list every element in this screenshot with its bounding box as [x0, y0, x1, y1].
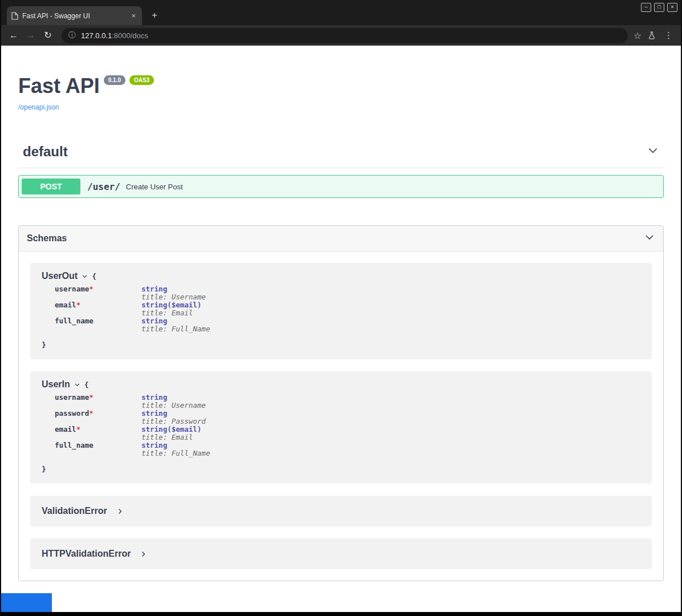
- property-name: username*: [55, 285, 141, 301]
- model-userin: UserIn { username* string tit: [30, 371, 652, 484]
- tag-section-default: default POST /user/ Create User Post: [18, 141, 664, 198]
- url-text: 127.0.0.1:8000/docs: [81, 31, 148, 40]
- property-name: full_name: [55, 441, 141, 457]
- property-type: string: [141, 317, 210, 325]
- url-host: 127.0.0.1: [81, 31, 112, 40]
- title-bar: – □ × Fast API - Swagger UI × +: [1, 0, 681, 25]
- page-favicon-icon: [11, 12, 18, 20]
- model-httpvalidationerror[interactable]: HTTPValidationError: [30, 538, 652, 569]
- property-definition: string title: Full_Name: [141, 317, 210, 333]
- flask-icon[interactable]: [647, 31, 656, 40]
- property-definition: string title: Username: [141, 285, 206, 301]
- chevron-down-icon[interactable]: [644, 232, 655, 245]
- property-title: title: Full_Name: [141, 449, 210, 457]
- model-properties: username* string title: Username email* …: [55, 285, 640, 333]
- model-name: UserOut: [42, 271, 78, 281]
- property-name: password*: [55, 410, 141, 425]
- required-star: *: [89, 409, 94, 418]
- opblock-post-user: POST /user/ Create User Post: [18, 175, 664, 198]
- close-brace: }: [42, 341, 640, 349]
- required-star: *: [76, 301, 81, 309]
- model-userout: UserOut { username* string ti: [30, 263, 652, 359]
- model-properties: username* string title: Username passwor…: [55, 394, 640, 457]
- property-type: string: [141, 410, 206, 418]
- property-row: username* string title: Username: [55, 394, 640, 410]
- model-name: ValidationError: [42, 506, 107, 516]
- bookmark-star-icon[interactable]: ☆: [634, 30, 642, 41]
- schemas-header[interactable]: Schemas: [19, 226, 663, 252]
- browser-toolbar: ← → ↻ ⓘ 127.0.0.1:8000/docs ☆ ⋮: [1, 25, 681, 46]
- api-info: Fast API0.1.0OAS3 /openapi.json: [18, 74, 664, 112]
- window-controls: – □ ×: [641, 3, 677, 12]
- toolbar-right-icons: ☆ ⋮: [634, 30, 676, 41]
- model-title-row[interactable]: UserIn {: [42, 379, 640, 390]
- property-definition: string($email) title: Email: [141, 425, 201, 441]
- chevron-down-icon[interactable]: [647, 144, 659, 159]
- maximize-button[interactable]: □: [654, 3, 664, 12]
- browser-tab[interactable]: Fast API - Swagger UI ×: [7, 6, 142, 25]
- operation-path: /user/: [87, 181, 120, 192]
- site-info-icon[interactable]: ⓘ: [68, 30, 76, 40]
- property-type: string: [141, 285, 206, 293]
- desktop-blue-box: [1, 593, 52, 612]
- property-definition: string title: Username: [141, 394, 206, 410]
- property-row: email* string($email) title: Email: [55, 301, 640, 317]
- close-brace: }: [42, 465, 640, 473]
- chevron-right-icon[interactable]: [116, 508, 124, 515]
- http-method-badge: POST: [22, 179, 80, 194]
- open-brace: {: [92, 272, 96, 281]
- close-button[interactable]: ×: [667, 3, 677, 12]
- browser-menu-icon[interactable]: ⋮: [662, 30, 675, 40]
- property-name: username*: [55, 394, 141, 410]
- property-row: password* string title: Password: [55, 410, 640, 425]
- browser-window: – □ × Fast API - Swagger UI × + ← → ↻ ⓘ …: [0, 0, 682, 616]
- tab-title: Fast API - Swagger UI: [22, 12, 125, 20]
- minimize-button[interactable]: –: [641, 3, 651, 12]
- model-name: HTTPValidationError: [42, 549, 131, 559]
- chevron-down-icon[interactable]: [74, 382, 80, 388]
- property-definition: string title: Full_Name: [141, 441, 210, 457]
- api-title: Fast API0.1.0OAS3: [18, 74, 664, 98]
- model-title-row[interactable]: UserOut {: [42, 271, 640, 281]
- url-path: :8000/docs: [112, 31, 148, 40]
- property-definition: string($email) title: Email: [141, 301, 201, 317]
- tag-header[interactable]: default: [18, 141, 664, 168]
- property-name: full_name: [55, 317, 141, 333]
- operation-summary: Create User Post: [126, 183, 183, 191]
- property-row: username* string title: Username: [55, 285, 640, 301]
- forward-icon[interactable]: →: [23, 27, 39, 43]
- property-type: string($email): [141, 425, 201, 433]
- required-star: *: [89, 393, 94, 402]
- property-title: title: Full_Name: [141, 325, 210, 333]
- oas3-badge: OAS3: [129, 75, 154, 85]
- chevron-right-icon[interactable]: [140, 550, 147, 558]
- property-row: email* string($email) title: Email: [55, 425, 640, 441]
- property-title: title: Username: [141, 402, 206, 410]
- property-type: string: [141, 441, 210, 449]
- schemas-section: Schemas UserOut {: [18, 225, 664, 581]
- opblock-summary-row[interactable]: POST /user/ Create User Post: [19, 176, 663, 197]
- open-brace: {: [84, 380, 89, 389]
- property-title: title: Username: [141, 293, 206, 301]
- model-name: UserIn: [42, 379, 70, 390]
- new-tab-button[interactable]: +: [148, 9, 161, 22]
- openapi-spec-link[interactable]: /openapi.json: [18, 103, 59, 111]
- back-icon[interactable]: ←: [6, 27, 22, 43]
- reload-icon[interactable]: ↻: [40, 27, 56, 43]
- required-star: *: [89, 285, 94, 293]
- property-name: email*: [55, 301, 141, 317]
- property-type: string($email): [141, 301, 201, 309]
- property-row: full_name string title: Full_Name: [55, 317, 640, 333]
- schemas-title: Schemas: [27, 233, 67, 244]
- property-title: title: Password: [141, 418, 206, 425]
- chevron-down-icon[interactable]: [82, 273, 88, 279]
- version-badge: 0.1.0: [104, 75, 125, 85]
- schemas-body: UserOut { username* string ti: [19, 252, 663, 581]
- desktop-bottom-strip: [1, 612, 681, 616]
- address-bar[interactable]: ⓘ 127.0.0.1:8000/docs: [62, 28, 628, 43]
- property-name: email*: [55, 425, 141, 441]
- tab-close-icon[interactable]: ×: [129, 11, 137, 20]
- model-validationerror[interactable]: ValidationError: [30, 496, 652, 526]
- property-type: string: [141, 394, 206, 402]
- property-definition: string title: Password: [141, 410, 206, 425]
